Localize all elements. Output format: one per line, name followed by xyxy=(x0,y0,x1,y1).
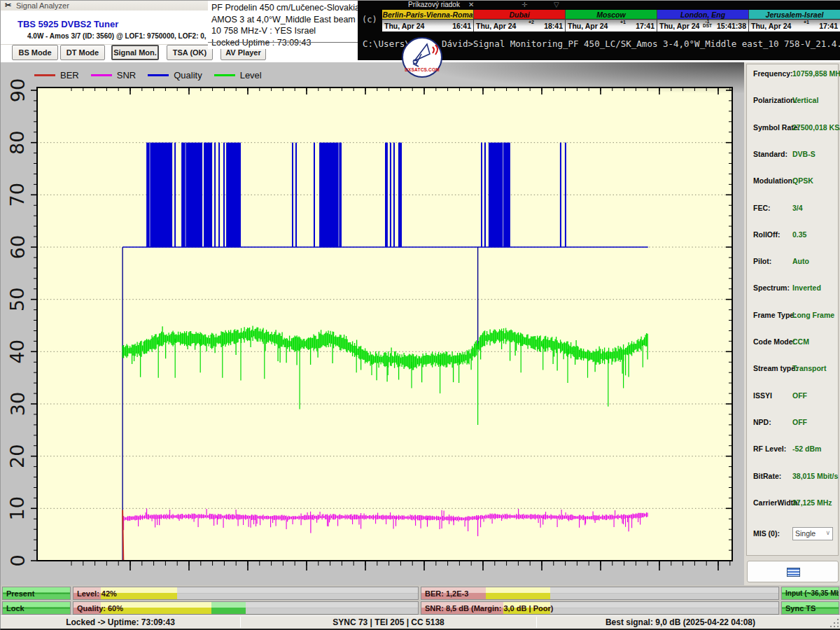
note-line-2: AMOS 3 at 4,0°W_Middle East beam xyxy=(208,14,358,26)
clock-date: Thu, Apr 24 xyxy=(659,22,699,30)
clock-cell-0: Berlin-Paris-Vienna-RomaThu, Apr 2416:41 xyxy=(382,10,474,31)
panel-value: QPSK xyxy=(792,176,813,185)
clock-city: Jerusalem-Israel xyxy=(749,10,840,20)
legend-swatch-quality xyxy=(148,74,169,76)
status-best-signal: Best signal: 9,0 dB (2025-04-22 04:08) xyxy=(537,617,824,627)
clock-time: 16:41 xyxy=(452,22,471,30)
panel-label: RollOff: xyxy=(753,230,780,239)
panel-row: RF Level:-52 dBm xyxy=(747,444,838,456)
lock-label: Lock xyxy=(6,604,24,612)
indicator-bars: Present Level: 42% BER: 1,2E-3 Input (~3… xyxy=(1,585,840,615)
clock-utc-offset: -1DST xyxy=(703,20,712,28)
tab-bs-mode[interactable]: BS Mode xyxy=(12,45,58,60)
panel-row: Pilot:Auto xyxy=(747,257,838,268)
panel-row: MIS (0):Single∨ xyxy=(747,529,838,540)
sync-ts-label: Sync TS xyxy=(785,604,816,612)
svg-text:60: 60 xyxy=(7,235,29,259)
note-line-3: 10 758 MHz-V : YES Israel xyxy=(208,25,358,37)
panel-label: Modulation: xyxy=(753,176,794,185)
clock-time-row: Thu, Apr 24-1DST15:41:38 xyxy=(657,20,748,31)
meter-segment-green xyxy=(211,602,246,614)
panel-row: Code Mode:CCM xyxy=(747,337,838,349)
panel-value: Transport xyxy=(792,364,826,372)
input-label: Input (~36,35 Mbps) xyxy=(785,589,839,597)
logo-text: DXSATCS.COM xyxy=(403,67,441,72)
panel-label: BitRate: xyxy=(753,472,781,480)
chart-legend: BER SNR Quality Level xyxy=(34,69,262,81)
sync-ts-indicator: Sync TS xyxy=(781,601,839,615)
legend-item-ber: BER xyxy=(34,69,79,81)
legend-label-ber: BER xyxy=(60,70,79,80)
note-line-1: PF Prodelin 450 cm/Lučenec-Slovakia xyxy=(208,2,358,14)
clock-city: Berlin-Paris-Vienna-Roma xyxy=(382,10,473,20)
clock-city: London, Eng xyxy=(657,10,748,20)
panel-row: Standard:DVB-S xyxy=(747,150,838,161)
clock-utc-offset: +2 xyxy=(528,20,534,24)
svg-text:20: 20 xyxy=(7,444,29,468)
panel-label: NPD: xyxy=(753,418,771,426)
status-bar: Locked -> Uptime: 73:09:43 SYNC 73 | TEI… xyxy=(1,615,840,629)
mis-select[interactable]: Single∨ xyxy=(792,527,833,540)
svg-text:70: 70 xyxy=(7,183,29,206)
present-label: Present xyxy=(6,589,34,598)
panel-row: Symbol Rate:27500,018 KS/s xyxy=(747,123,838,134)
disk-icon xyxy=(787,568,800,577)
panel-label: Stream type: xyxy=(753,364,798,372)
legend-label-level: Level xyxy=(240,70,262,80)
clock-cell-3: London, EngThu, Apr 24-1DST15:41:38 xyxy=(657,10,749,31)
panel-value: DVB-S xyxy=(792,150,816,158)
ber-label: BER: 1,2E-3 xyxy=(425,589,468,598)
signal-monitor-chart-area: 0102030405060708090 xyxy=(1,62,744,585)
snr-label: SNR: 8,5 dB (Margin: 3,0 dB | Poor) xyxy=(425,604,553,612)
panel-value: OFF xyxy=(792,418,807,426)
svg-text:50: 50 xyxy=(7,288,29,312)
clock-time: 17:41 xyxy=(819,22,838,30)
panel-value: Long Frame xyxy=(792,311,834,319)
panel-row: Modulation:QPSK xyxy=(747,176,838,188)
world-clocks: Berlin-Paris-Vienna-RomaThu, Apr 2416:41… xyxy=(382,10,840,31)
svg-text:80: 80 xyxy=(7,131,29,155)
window-title: Signal Analyzer xyxy=(16,1,69,10)
panel-value: -52 dBm xyxy=(792,444,821,453)
panel-value: Inverted xyxy=(792,284,821,292)
panel-label: FEC: xyxy=(753,204,771,212)
panel-row: Frame Type:Long Frame xyxy=(747,311,838,322)
legend-item-level: Level xyxy=(214,69,262,81)
clock-cell-2: MoscowThu, Apr 24+117:41 xyxy=(566,10,657,31)
tab-dt-mode[interactable]: DT Mode xyxy=(60,45,105,60)
level-label: Level: 42% xyxy=(77,589,117,598)
svg-text:10: 10 xyxy=(7,496,29,520)
panel-label: Frequency: xyxy=(753,69,793,78)
tab-tsa[interactable]: TSA (OK) xyxy=(167,45,213,60)
lock-indicator: Lock xyxy=(2,601,71,615)
chevron-down-icon: ∨ xyxy=(825,529,830,536)
resize-grip-icon[interactable] xyxy=(830,618,839,627)
meter-segment-gray xyxy=(550,602,778,614)
panel-label: ISSYI xyxy=(753,391,772,400)
panel-row: NPD:OFF xyxy=(747,418,838,429)
clock-utc-offset: +1 xyxy=(804,20,809,24)
clock-date: Thu, Apr 24 xyxy=(568,22,608,30)
panel-row: Stream type:Transport xyxy=(747,364,838,375)
panel-row: ISSYIOFF xyxy=(747,391,838,402)
app-icon: ✂ xyxy=(5,1,11,10)
ber-meter: BER: 1,2E-3 xyxy=(421,587,779,600)
clock-cell-4: Jerusalem-IsraelThu, Apr 24+117:41 xyxy=(749,10,840,31)
clock-time-row: Thu, Apr 24+117:41 xyxy=(749,20,840,31)
overlay-note: PF Prodelin 450 cm/Lučenec-Slovakia AMOS… xyxy=(208,1,358,49)
clock-utc-offset: +1 xyxy=(620,20,626,24)
level-meter: Level: 42% xyxy=(73,587,419,600)
panel-label: Standard: xyxy=(753,150,788,158)
svg-text:0: 0 xyxy=(7,554,29,566)
status-sync-counters: SYNC 73 | TEI 205 | CC 5138 xyxy=(241,617,536,627)
legend-swatch-level xyxy=(214,74,235,76)
panel-label: MIS (0): xyxy=(753,529,780,538)
panel-value: 10759,858 MHz xyxy=(792,69,840,78)
recording-device-button[interactable] xyxy=(747,561,839,582)
clock-city: Dubai xyxy=(474,10,565,20)
close-icon[interactable]: ✕ xyxy=(468,1,474,8)
clock-date: Thu, Apr 24 xyxy=(476,22,516,30)
panel-label: Polarization: xyxy=(753,96,797,104)
tab-signal-mon[interactable]: Signal Mon. xyxy=(111,45,159,60)
input-indicator: Input (~36,35 Mbps) xyxy=(781,587,839,600)
